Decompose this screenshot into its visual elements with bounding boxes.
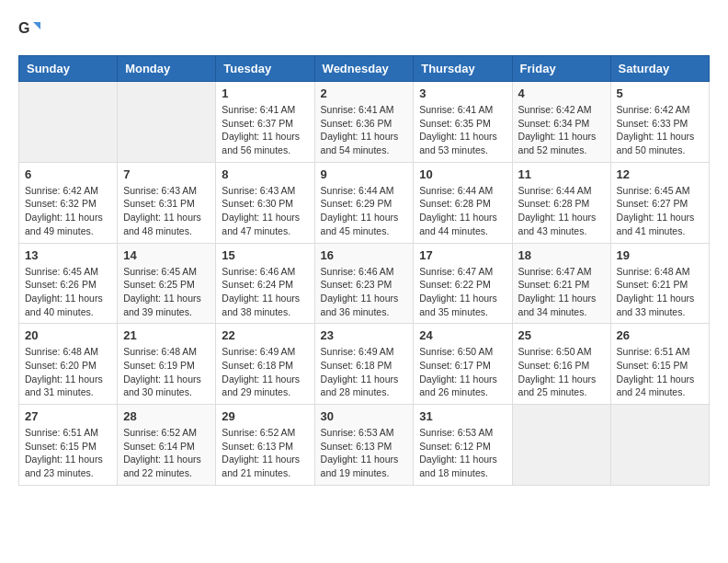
- calendar-table: SundayMondayTuesdayWednesdayThursdayFrid…: [18, 55, 710, 486]
- day-info: Sunrise: 6:42 AMSunset: 6:32 PMDaylight:…: [25, 184, 111, 238]
- day-info: Sunrise: 6:46 AMSunset: 6:23 PMDaylight:…: [321, 265, 408, 319]
- day-number: 17: [419, 248, 506, 262]
- day-number: 27: [25, 409, 111, 423]
- day-info: Sunrise: 6:48 AMSunset: 6:20 PMDaylight:…: [25, 345, 111, 399]
- day-info: Sunrise: 6:41 AMSunset: 6:35 PMDaylight:…: [419, 103, 506, 157]
- calendar-cell: 6Sunrise: 6:42 AMSunset: 6:32 PMDaylight…: [19, 162, 118, 243]
- calendar-body: 1Sunrise: 6:41 AMSunset: 6:37 PMDaylight…: [19, 82, 710, 486]
- calendar-cell: [512, 405, 610, 486]
- calendar-cell: 12Sunrise: 6:45 AMSunset: 6:27 PMDayligh…: [610, 162, 709, 243]
- day-info: Sunrise: 6:53 AMSunset: 6:12 PMDaylight:…: [419, 426, 506, 480]
- day-number: 8: [222, 167, 308, 181]
- logo: G: [18, 18, 44, 40]
- calendar-cell: 4Sunrise: 6:42 AMSunset: 6:34 PMDaylight…: [512, 82, 610, 163]
- calendar-cell: 13Sunrise: 6:45 AMSunset: 6:26 PMDayligh…: [19, 243, 118, 324]
- day-number: 21: [123, 328, 210, 342]
- day-number: 28: [123, 409, 210, 423]
- day-number: 9: [321, 167, 408, 181]
- day-of-week-header: Sunday: [19, 56, 118, 82]
- day-number: 23: [321, 328, 408, 342]
- calendar-cell: [610, 405, 709, 486]
- day-number: 7: [123, 167, 210, 181]
- day-number: 15: [222, 248, 308, 262]
- calendar-header: SundayMondayTuesdayWednesdayThursdayFrid…: [19, 56, 710, 82]
- day-info: Sunrise: 6:42 AMSunset: 6:33 PMDaylight:…: [617, 103, 703, 157]
- day-number: 12: [617, 167, 703, 181]
- calendar-cell: 10Sunrise: 6:44 AMSunset: 6:28 PMDayligh…: [414, 162, 512, 243]
- calendar-cell: 26Sunrise: 6:51 AMSunset: 6:15 PMDayligh…: [610, 324, 709, 405]
- day-number: 26: [617, 328, 703, 342]
- calendar-cell: 15Sunrise: 6:46 AMSunset: 6:24 PMDayligh…: [216, 243, 314, 324]
- day-info: Sunrise: 6:43 AMSunset: 6:31 PMDaylight:…: [123, 184, 210, 238]
- calendar-cell: 17Sunrise: 6:47 AMSunset: 6:22 PMDayligh…: [414, 243, 512, 324]
- day-info: Sunrise: 6:48 AMSunset: 6:21 PMDaylight:…: [617, 265, 703, 319]
- day-of-week-header: Thursday: [414, 56, 512, 82]
- calendar-week-row: 13Sunrise: 6:45 AMSunset: 6:26 PMDayligh…: [19, 243, 710, 324]
- day-number: 11: [518, 167, 605, 181]
- day-number: 30: [321, 409, 408, 423]
- day-number: 1: [222, 86, 308, 100]
- calendar-cell: 19Sunrise: 6:48 AMSunset: 6:21 PMDayligh…: [610, 243, 709, 324]
- day-number: 3: [419, 86, 506, 100]
- day-number: 10: [419, 167, 506, 181]
- calendar-cell: 29Sunrise: 6:52 AMSunset: 6:13 PMDayligh…: [216, 405, 314, 486]
- day-info: Sunrise: 6:53 AMSunset: 6:13 PMDaylight:…: [321, 426, 408, 480]
- day-of-week-header: Wednesday: [314, 56, 414, 82]
- day-info: Sunrise: 6:47 AMSunset: 6:21 PMDaylight:…: [518, 265, 605, 319]
- day-info: Sunrise: 6:49 AMSunset: 6:18 PMDaylight:…: [321, 345, 408, 399]
- day-info: Sunrise: 6:51 AMSunset: 6:15 PMDaylight:…: [617, 345, 703, 399]
- svg-text:G: G: [18, 20, 29, 36]
- day-info: Sunrise: 6:47 AMSunset: 6:22 PMDaylight:…: [419, 265, 506, 319]
- calendar-cell: 28Sunrise: 6:52 AMSunset: 6:14 PMDayligh…: [118, 405, 216, 486]
- calendar-cell: 7Sunrise: 6:43 AMSunset: 6:31 PMDaylight…: [118, 162, 216, 243]
- calendar-cell: 5Sunrise: 6:42 AMSunset: 6:33 PMDaylight…: [610, 82, 709, 163]
- calendar-cell: 16Sunrise: 6:46 AMSunset: 6:23 PMDayligh…: [314, 243, 414, 324]
- calendar-cell: 25Sunrise: 6:50 AMSunset: 6:16 PMDayligh…: [512, 324, 610, 405]
- day-number: 16: [321, 248, 408, 262]
- day-info: Sunrise: 6:45 AMSunset: 6:27 PMDaylight:…: [617, 184, 703, 238]
- svg-marker-1: [33, 22, 40, 29]
- days-of-week-row: SundayMondayTuesdayWednesdayThursdayFrid…: [19, 56, 710, 82]
- day-of-week-header: Friday: [512, 56, 610, 82]
- calendar-cell: 21Sunrise: 6:48 AMSunset: 6:19 PMDayligh…: [118, 324, 216, 405]
- calendar-cell: [118, 82, 216, 163]
- calendar-cell: 9Sunrise: 6:44 AMSunset: 6:29 PMDaylight…: [314, 162, 414, 243]
- day-number: 13: [25, 248, 111, 262]
- calendar-week-row: 1Sunrise: 6:41 AMSunset: 6:37 PMDaylight…: [19, 82, 710, 163]
- day-number: 6: [25, 167, 111, 181]
- day-of-week-header: Monday: [118, 56, 216, 82]
- day-number: 31: [419, 409, 506, 423]
- day-info: Sunrise: 6:50 AMSunset: 6:16 PMDaylight:…: [518, 345, 605, 399]
- logo-icon: G: [18, 18, 40, 40]
- day-info: Sunrise: 6:43 AMSunset: 6:30 PMDaylight:…: [222, 184, 308, 238]
- calendar-cell: [19, 82, 118, 163]
- calendar-cell: 30Sunrise: 6:53 AMSunset: 6:13 PMDayligh…: [314, 405, 414, 486]
- calendar-cell: 11Sunrise: 6:44 AMSunset: 6:28 PMDayligh…: [512, 162, 610, 243]
- day-number: 14: [123, 248, 210, 262]
- calendar-cell: 18Sunrise: 6:47 AMSunset: 6:21 PMDayligh…: [512, 243, 610, 324]
- day-info: Sunrise: 6:45 AMSunset: 6:26 PMDaylight:…: [25, 265, 111, 319]
- day-info: Sunrise: 6:44 AMSunset: 6:28 PMDaylight:…: [419, 184, 506, 238]
- day-of-week-header: Tuesday: [216, 56, 314, 82]
- calendar-cell: 3Sunrise: 6:41 AMSunset: 6:35 PMDaylight…: [414, 82, 512, 163]
- day-number: 24: [419, 328, 506, 342]
- day-info: Sunrise: 6:48 AMSunset: 6:19 PMDaylight:…: [123, 345, 210, 399]
- day-info: Sunrise: 6:50 AMSunset: 6:17 PMDaylight:…: [419, 345, 506, 399]
- day-info: Sunrise: 6:44 AMSunset: 6:28 PMDaylight:…: [518, 184, 605, 238]
- calendar-cell: 23Sunrise: 6:49 AMSunset: 6:18 PMDayligh…: [314, 324, 414, 405]
- calendar-week-row: 6Sunrise: 6:42 AMSunset: 6:32 PMDaylight…: [19, 162, 710, 243]
- calendar-cell: 20Sunrise: 6:48 AMSunset: 6:20 PMDayligh…: [19, 324, 118, 405]
- day-number: 25: [518, 328, 605, 342]
- day-info: Sunrise: 6:42 AMSunset: 6:34 PMDaylight:…: [518, 103, 605, 157]
- day-number: 4: [518, 86, 605, 100]
- day-number: 18: [518, 248, 605, 262]
- calendar-cell: 22Sunrise: 6:49 AMSunset: 6:18 PMDayligh…: [216, 324, 314, 405]
- calendar-week-row: 20Sunrise: 6:48 AMSunset: 6:20 PMDayligh…: [19, 324, 710, 405]
- day-info: Sunrise: 6:52 AMSunset: 6:14 PMDaylight:…: [123, 426, 210, 480]
- day-info: Sunrise: 6:51 AMSunset: 6:15 PMDaylight:…: [25, 426, 111, 480]
- day-number: 29: [222, 409, 308, 423]
- day-info: Sunrise: 6:41 AMSunset: 6:36 PMDaylight:…: [321, 103, 408, 157]
- day-number: 5: [617, 86, 703, 100]
- calendar-cell: 24Sunrise: 6:50 AMSunset: 6:17 PMDayligh…: [414, 324, 512, 405]
- day-info: Sunrise: 6:41 AMSunset: 6:37 PMDaylight:…: [222, 103, 308, 157]
